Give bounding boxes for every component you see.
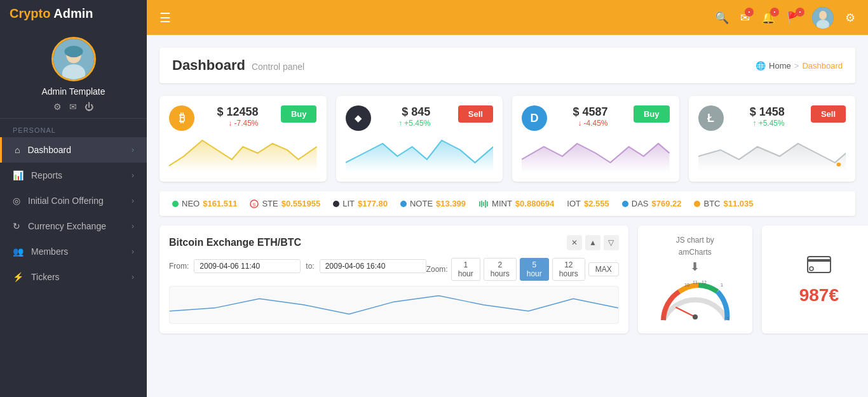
bottom-section: Bitcoin Exchange ETH/BTC ✕ ▲ ▽ From: to: — [159, 225, 855, 333]
hamburger-menu-icon[interactable]: ☰ — [159, 10, 171, 25]
sidebar-header: Crypto Admin — [0, 0, 147, 27]
sidebar-label-tickers: Tickers — [31, 272, 60, 282]
up-arrow-icon: ↑ — [398, 119, 402, 128]
zoom-2h-button[interactable]: 2 hours — [484, 258, 517, 281]
flag-badge: • — [796, 8, 804, 17]
mint-name: MINT — [492, 199, 512, 208]
lit-name: LIT — [342, 199, 355, 208]
svg-point-5 — [819, 11, 827, 20]
sidebar-profile: Admin Template ⚙ ✉ ⏻ — [0, 27, 147, 119]
eth-icon: ◆ — [346, 105, 371, 131]
svg-text:1: 1 — [721, 283, 723, 287]
ticker-mint: MINT $0.880694 — [478, 199, 554, 208]
ticker-note: NOTE $13.399 — [400, 199, 466, 208]
profile-mail-icon[interactable]: ✉ — [69, 102, 77, 112]
exchange-chart-area — [169, 286, 619, 324]
note-name: NOTE — [410, 199, 433, 208]
ste-name: STE — [262, 199, 278, 208]
btc-ticker-price: $11.035 — [723, 199, 753, 208]
svg-text:12: 12 — [702, 280, 707, 285]
ste-icon: S — [250, 199, 259, 208]
sidebar-label-dashboard: Dashboard — [27, 145, 71, 155]
iot-price: $2.555 — [584, 199, 609, 208]
neo-price: $161.511 — [203, 199, 237, 208]
dash-buy-button[interactable]: Buy — [634, 105, 670, 123]
profile-gear-icon[interactable]: ⚙ — [53, 102, 62, 112]
bell-badge: • — [770, 8, 779, 17]
neo-name: NEO — [182, 199, 200, 208]
topbar-avatar[interactable] — [812, 7, 834, 29]
breadcrumb-current: Dashboard — [802, 61, 843, 71]
flag-icon[interactable]: 🚩 • — [787, 11, 801, 25]
sidebar-label-currency: Currency Exchange — [28, 221, 106, 231]
sidebar-item-reports[interactable]: 📊 Reports › — [0, 163, 147, 188]
svg-point-16 — [693, 314, 698, 320]
chevron-right-icon-3: › — [132, 196, 134, 205]
btc-ticker-dot — [694, 201, 700, 207]
btc-price: $ 12458 — [217, 105, 258, 119]
settings-icon[interactable]: ⚙ — [845, 11, 855, 25]
sidebar-item-currency[interactable]: ↻ Currency Exchange › — [0, 213, 147, 239]
sidebar-item-members[interactable]: 👥 Members › — [0, 239, 147, 264]
sidebar-item-tickers[interactable]: ⚡ Tickers › — [0, 264, 147, 290]
mint-icon — [478, 199, 489, 208]
chart-expand-button[interactable]: ▽ — [604, 235, 619, 250]
mail-badge: • — [745, 8, 754, 17]
mint-price: $0.880694 — [515, 199, 554, 208]
breadcrumb-home-icon: 🌐 — [756, 61, 766, 71]
ltc-change: ↑ +5.45% — [750, 119, 785, 128]
zoom-section: Zoom: 1 hour 2 hours 5 hour 12 hours MAX — [426, 258, 619, 281]
from-date-input[interactable] — [194, 259, 301, 273]
content-area: Dashboard Control panel 🌐 Home > Dashboa… — [147, 35, 868, 397]
sidebar-item-dashboard[interactable]: ⌂ Dashboard › — [0, 137, 147, 163]
dash-icon: D — [522, 105, 547, 131]
svg-line-15 — [676, 307, 695, 317]
zoom-5h-button[interactable]: 5 hour — [520, 258, 549, 281]
lit-dot — [333, 201, 339, 207]
svg-text:7: 7 — [661, 316, 664, 321]
dash-change: ↓ -4.45% — [573, 119, 607, 128]
bell-icon[interactable]: 🔔 • — [761, 11, 775, 25]
svg-text:10: 10 — [684, 283, 689, 287]
members-icon: 👥 — [13, 246, 24, 257]
download-icon[interactable]: ⬇ — [690, 260, 700, 274]
neo-dot — [172, 201, 179, 207]
amcharts-line2: amCharts — [679, 248, 712, 257]
breadcrumb-home[interactable]: Home — [769, 61, 791, 71]
ticker-btc: BTC $11.035 — [694, 199, 753, 208]
mail-icon[interactable]: ✉ • — [740, 11, 750, 25]
to-date-input[interactable] — [320, 259, 426, 273]
note-price: $13.399 — [436, 199, 466, 208]
zoom-1h-button[interactable]: 1 hour — [451, 258, 480, 281]
breadcrumb: 🌐 Home > Dashboard — [756, 61, 843, 71]
chart-up-button[interactable]: ▲ — [585, 235, 600, 250]
ico-icon: ◎ — [13, 196, 20, 206]
dollar-icon — [806, 253, 832, 280]
svg-text:S: S — [253, 202, 256, 208]
eth-sell-button[interactable]: Sell — [458, 105, 493, 123]
tickers-icon: ⚡ — [13, 272, 24, 282]
zoom-max-button[interactable]: MAX — [588, 262, 619, 276]
ticker-bar: NEO $161.511 S STE $0.551955 LIT $177.80… — [159, 191, 855, 216]
ste-price: $0.551955 — [281, 199, 320, 208]
amcharts-line1: JS chart by — [676, 236, 714, 245]
svg-text:11: 11 — [693, 280, 698, 285]
sidebar-item-ico[interactable]: ◎ Initial Coin Offering › — [0, 188, 147, 213]
btc-buy-button[interactable]: Buy — [281, 105, 317, 123]
search-icon[interactable]: 🔍 — [715, 11, 729, 25]
page-header: Dashboard Control panel 🌐 Home > Dashboa… — [159, 48, 855, 83]
zoom-label: Zoom: — [426, 265, 448, 274]
down-arrow-icon-2: ↓ — [578, 119, 581, 128]
das-name: DAS — [632, 199, 649, 208]
crypto-card-eth: ◆ $ 845 ↑ +5.45% Sell — [336, 96, 503, 182]
breadcrumb-separator: > — [794, 61, 799, 71]
amcharts-card: JS chart by amCharts ⬇ — [638, 225, 752, 333]
chart-close-button[interactable]: ✕ — [567, 235, 582, 250]
zoom-12h-button[interactable]: 12 hours — [552, 258, 585, 281]
crypto-cards: ₿ $ 12458 ↓ -7.45% Buy — [159, 96, 855, 182]
chevron-right-icon-4: › — [132, 222, 134, 231]
crypto-card-dash: D $ 4587 ↓ -4.45% Buy — [512, 96, 679, 182]
profile-power-icon[interactable]: ⏻ — [85, 102, 93, 112]
ltc-sell-button[interactable]: Sell — [811, 105, 846, 123]
ltc-icon: Ł — [698, 105, 724, 131]
